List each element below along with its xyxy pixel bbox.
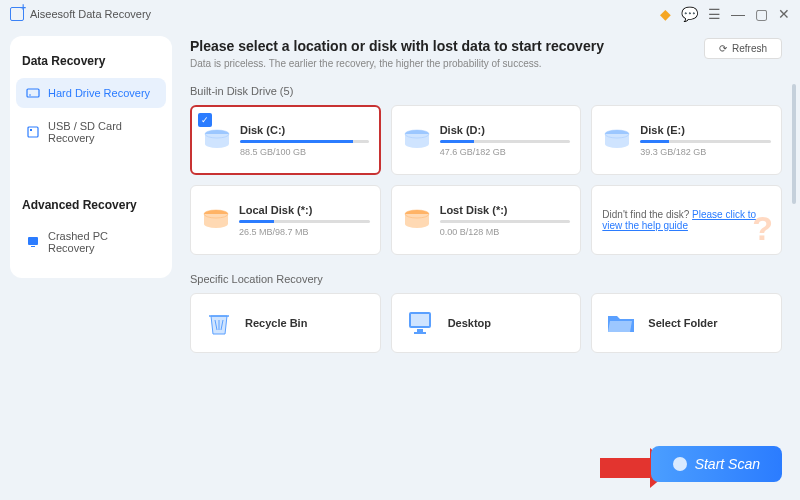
disk-icon xyxy=(402,128,432,152)
svg-rect-17 xyxy=(411,314,429,326)
page-heading: Please select a location or disk with lo… xyxy=(190,38,604,54)
disk-card[interactable]: ✓ Disk (C:) 88.5 GB/100 GB xyxy=(190,105,381,175)
sidebar-item-label: Crashed PC Recovery xyxy=(48,230,156,254)
premium-icon[interactable]: ◆ xyxy=(660,6,671,22)
disk-size: 26.5 MB/98.7 MB xyxy=(239,227,370,237)
app-title: Aiseesoft Data Recovery xyxy=(10,7,151,21)
disk-usage-bar xyxy=(239,220,370,223)
disk-icon xyxy=(202,128,232,152)
svg-rect-0 xyxy=(27,89,39,97)
disk-help-card: Didn't find the disk? Please click to vi… xyxy=(591,185,782,255)
svg-rect-19 xyxy=(414,332,426,334)
disk-name: Disk (D:) xyxy=(440,124,571,136)
sidebar-item-usb-sd-recovery[interactable]: USB / SD Card Recovery xyxy=(16,112,166,152)
selected-check-icon: ✓ xyxy=(198,113,212,127)
folder-icon xyxy=(606,310,636,336)
disk-card[interactable]: Local Disk (*:) 26.5 MB/98.7 MB xyxy=(190,185,381,255)
annotation-arrow xyxy=(600,458,650,478)
disk-size: 39.3 GB/182 GB xyxy=(640,147,771,157)
refresh-icon: ⟳ xyxy=(719,43,727,54)
recycle-bin-icon xyxy=(205,308,233,338)
sidebar-item-hard-drive-recovery[interactable]: Hard Drive Recovery xyxy=(16,78,166,108)
disk-icon xyxy=(602,128,632,152)
sidebar-item-label: USB / SD Card Recovery xyxy=(48,120,156,144)
location-recycle-bin[interactable]: Recycle Bin xyxy=(190,293,381,353)
disk-card[interactable]: Disk (D:) 47.6 GB/182 GB xyxy=(391,105,582,175)
svg-rect-18 xyxy=(417,329,423,332)
svg-rect-2 xyxy=(28,127,38,137)
disk-size: 0.00 B/128 MB xyxy=(440,227,571,237)
refresh-button[interactable]: ⟳ Refresh xyxy=(704,38,782,59)
page-subtitle: Data is priceless. The earlier the recov… xyxy=(190,58,604,69)
svg-rect-3 xyxy=(30,129,32,131)
location-select-folder[interactable]: Select Folder xyxy=(591,293,782,353)
disk-name: Lost Disk (*:) xyxy=(440,204,571,216)
disk-size: 47.6 GB/182 GB xyxy=(440,147,571,157)
disk-usage-bar xyxy=(440,140,571,143)
svg-rect-4 xyxy=(28,237,38,245)
disk-size: 88.5 GB/100 GB xyxy=(240,147,369,157)
specific-location-label: Specific Location Recovery xyxy=(190,273,782,285)
disk-usage-bar xyxy=(640,140,771,143)
crashed-pc-icon xyxy=(26,235,40,249)
app-logo-icon xyxy=(10,7,24,21)
disk-name: Disk (E:) xyxy=(640,124,771,136)
disk-usage-bar xyxy=(440,220,571,223)
sidebar-section-data-recovery: Data Recovery xyxy=(16,48,166,78)
built-in-disk-label: Built-in Disk Drive (5) xyxy=(190,85,782,97)
disk-icon xyxy=(201,208,231,232)
disk-name: Local Disk (*:) xyxy=(239,204,370,216)
sidebar-section-advanced-recovery: Advanced Recovery xyxy=(16,192,166,222)
start-scan-button[interactable]: Start Scan xyxy=(651,446,782,482)
svg-point-1 xyxy=(29,94,31,96)
disk-card[interactable]: Disk (E:) 39.3 GB/182 GB xyxy=(591,105,782,175)
close-button[interactable]: ✕ xyxy=(778,6,790,22)
feedback-icon[interactable]: 💬 xyxy=(681,6,698,22)
disk-name: Disk (C:) xyxy=(240,124,369,136)
disk-usage-bar xyxy=(240,140,369,143)
svg-rect-5 xyxy=(31,246,35,247)
sidebar-item-crashed-pc-recovery[interactable]: Crashed PC Recovery xyxy=(16,222,166,262)
disk-card[interactable]: Lost Disk (*:) 0.00 B/128 MB xyxy=(391,185,582,255)
disk-icon xyxy=(402,208,432,232)
help-guide-link[interactable]: Please click to view the help guide xyxy=(602,209,756,231)
hard-drive-icon xyxy=(26,86,40,100)
menu-icon[interactable]: ☰ xyxy=(708,6,721,22)
usb-icon xyxy=(26,125,40,139)
maximize-button[interactable]: ▢ xyxy=(755,6,768,22)
sidebar-item-label: Hard Drive Recovery xyxy=(48,87,150,99)
content-scrollbar[interactable] xyxy=(792,84,796,284)
scan-icon xyxy=(673,457,687,471)
location-desktop[interactable]: Desktop xyxy=(391,293,582,353)
desktop-icon xyxy=(406,309,436,337)
minimize-button[interactable]: — xyxy=(731,6,745,22)
